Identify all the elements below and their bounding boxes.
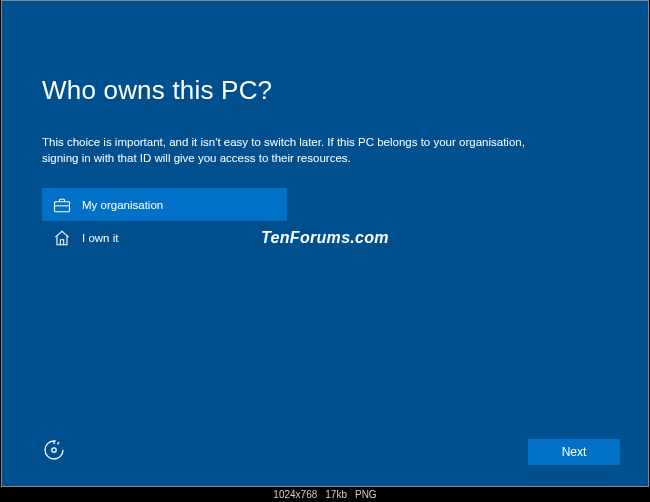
- image-format: PNG: [355, 489, 377, 500]
- watermark-text: TenForums.com: [2, 229, 648, 247]
- svg-point-2: [52, 448, 56, 452]
- svg-rect-0: [55, 201, 70, 211]
- page-title: Who owns this PC?: [42, 75, 608, 106]
- ease-of-access-button[interactable]: [42, 438, 66, 466]
- option-label: My organisation: [82, 199, 163, 211]
- image-info-bar: 1024x768 17kb PNG: [0, 487, 650, 501]
- windows-setup-screen: Who owns this PC? This choice is importa…: [1, 0, 649, 487]
- image-dimensions: 1024x768: [273, 489, 317, 500]
- footer-bar: Next: [42, 438, 620, 466]
- next-button[interactable]: Next: [528, 439, 620, 465]
- briefcase-icon: [42, 195, 82, 215]
- main-content: Who owns this PC? This choice is importa…: [2, 1, 648, 254]
- option-my-organisation[interactable]: My organisation: [42, 188, 287, 221]
- image-size: 17kb: [325, 489, 347, 500]
- description-text: This choice is important, and it isn't e…: [42, 134, 562, 166]
